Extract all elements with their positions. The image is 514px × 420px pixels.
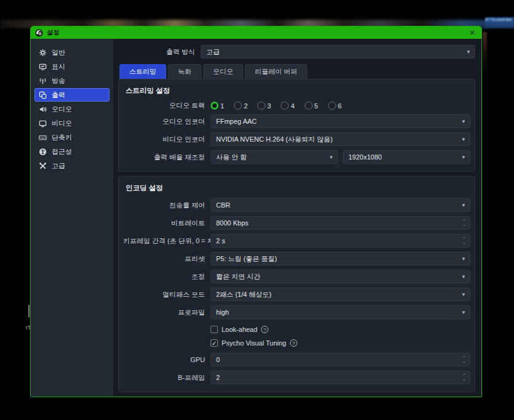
output-tabs: 스트리밍 녹화 오디오 리플레이 버퍼: [118, 64, 475, 79]
preset-label: 프리셋: [123, 254, 211, 264]
radio-dot-icon: [234, 102, 242, 110]
gear-icon: [39, 49, 47, 57]
sidebar-item-general[interactable]: 일반: [34, 46, 110, 59]
streaming-settings-title: 스트리밍 설정: [123, 85, 470, 101]
keyframe-interval-value: 2 s: [216, 237, 225, 244]
accessibility-icon: [39, 148, 47, 156]
radio-label: 3: [267, 102, 271, 110]
window-body: 일반 표시 방송 출력: [31, 39, 481, 397]
sidebar-item-audio[interactable]: 오디오: [34, 102, 110, 116]
titlebar[interactable]: 설정 ✕: [31, 26, 481, 39]
multipass-select[interactable]: 2패스 (1/4 해상도) ▼: [211, 288, 470, 301]
sidebar-item-label: 접근성: [52, 147, 72, 156]
sidebar-item-label: 출력: [52, 91, 65, 100]
sidebar-item-advanced[interactable]: 고급: [34, 159, 110, 172]
desktop-ticker: AY TO ASIA WA: [485, 17, 514, 28]
rescale-resolution-value: 1920x1080: [348, 153, 382, 161]
b-frames-stepper[interactable]: 2 ⌃⌄: [211, 371, 470, 384]
gpu-stepper[interactable]: 0 ⌃⌄: [211, 353, 470, 366]
broadcast-icon: [39, 77, 47, 85]
rescale-mode-select[interactable]: 사용 안 함 ▼: [211, 150, 338, 164]
sidebar-item-accessibility[interactable]: 접근성: [34, 145, 110, 158]
audio-encoder-label: 오디오 인코더: [123, 117, 211, 126]
keyframe-interval-label: 키프레임 간격 (초 단위, 0 = 자동): [123, 236, 211, 246]
tuning-row: 조정 짧은 지연 시간 ▼: [123, 270, 470, 283]
audio-track-radio-5[interactable]: 5: [305, 102, 318, 110]
video-icon: [39, 119, 47, 127]
dropdown-arrow-icon: ▼: [457, 119, 470, 124]
sidebar-item-hotkeys[interactable]: 단축키: [34, 131, 110, 144]
rate-control-label: 전송률 제어: [123, 201, 211, 210]
audio-track-radio-2[interactable]: 2: [234, 102, 247, 110]
tab-replay-buffer[interactable]: 리플레이 버퍼: [245, 64, 307, 79]
profile-value: high: [216, 309, 229, 316]
radio-label: 4: [291, 102, 294, 110]
profile-label: 프로파일: [123, 308, 211, 317]
audio-track-radio-6[interactable]: 6: [328, 102, 342, 110]
output-mode-value: 고급: [206, 47, 220, 57]
video-encoder-value: NVIDIA NVENC H.264 (사용되지 않음): [216, 135, 332, 144]
video-encoder-select[interactable]: NVIDIA NVENC H.264 (사용되지 않음) ▼: [211, 132, 470, 146]
look-ahead-row[interactable]: Look-ahead ?: [211, 323, 470, 336]
sidebar-item-video[interactable]: 비디오: [34, 116, 110, 130]
psycho-visual-checkbox[interactable]: ✓: [211, 339, 218, 347]
tab-recording[interactable]: 녹화: [168, 64, 201, 79]
multipass-label: 멀티패스 모드: [123, 290, 211, 299]
audio-encoder-row: 오디오 인코더 FFmpeg AAC ▼: [123, 115, 470, 128]
stepper-arrows-icon[interactable]: ⌃⌄: [459, 219, 470, 227]
keyframe-interval-stepper[interactable]: 2 s ⌃⌄: [211, 234, 470, 248]
radio-dot-icon: [257, 102, 265, 110]
b-frames-row: B-프레임 2 ⌃⌄: [123, 371, 470, 384]
tab-streaming[interactable]: 스트리밍: [119, 64, 166, 79]
help-icon[interactable]: ?: [261, 326, 268, 333]
settings-sidebar: 일반 표시 방송 출력: [31, 39, 113, 397]
stepper-arrows-icon[interactable]: ⌃⌄: [459, 356, 470, 363]
sidebar-item-output[interactable]: 출력: [34, 88, 110, 102]
appearance-icon: [39, 63, 47, 71]
audio-icon: [39, 105, 47, 113]
hotkeys-icon: [39, 134, 47, 142]
b-frames-label: B-프레임: [123, 373, 211, 382]
rate-control-row: 전송률 제어 CBR ▼: [123, 198, 470, 212]
rate-control-select[interactable]: CBR ▼: [211, 198, 470, 212]
multipass-row: 멀티패스 모드 2패스 (1/4 해상도) ▼: [123, 288, 470, 301]
radio-label: 1: [220, 102, 224, 110]
multipass-value: 2패스 (1/4 해상도): [216, 290, 271, 299]
obs-logo-icon: [35, 29, 43, 37]
help-icon[interactable]: ?: [290, 339, 297, 347]
rate-control-value: CBR: [216, 201, 230, 209]
audio-track-radio-1[interactable]: 1: [211, 102, 224, 110]
radio-dot-icon: [328, 102, 336, 110]
rescale-resolution-select[interactable]: 1920x1080 ▼: [343, 150, 470, 164]
b-frames-value: 2: [216, 374, 220, 381]
window-title: 설정: [47, 28, 60, 37]
radio-dot-icon: [211, 102, 219, 110]
tab-audio[interactable]: 오디오: [203, 64, 243, 79]
sidebar-item-stream[interactable]: 방송: [34, 74, 110, 87]
stepper-arrows-icon[interactable]: ⌃⌄: [459, 374, 470, 381]
radio-label: 2: [244, 102, 247, 110]
audio-track-radio-3[interactable]: 3: [257, 102, 271, 110]
close-button[interactable]: ✕: [467, 28, 477, 38]
psycho-visual-row[interactable]: ✓ Psycho Visual Tuning ?: [211, 337, 470, 349]
output-mode-label: 출력 방식: [118, 47, 201, 57]
encoding-settings-panel: 인코딩 설정 전송률 제어 CBR ▼ 비트레이트 8000 Kbps: [118, 176, 475, 392]
bitrate-stepper[interactable]: 8000 Kbps ⌃⌄: [211, 216, 470, 230]
tuning-select[interactable]: 짧은 지연 시간 ▼: [211, 270, 470, 283]
settings-window: 설정 ✕ 일반 표시 방송: [30, 26, 482, 397]
sidebar-item-appearance[interactable]: 표시: [34, 60, 110, 73]
sidebar-item-label: 고급: [52, 161, 65, 171]
dropdown-arrow-icon: ▼: [457, 292, 470, 297]
sidebar-item-label: 방송: [52, 76, 65, 86]
audio-track-radio-4[interactable]: 4: [281, 102, 294, 110]
radio-label: 5: [315, 102, 318, 110]
tuning-value: 짧은 지연 시간: [216, 272, 260, 281]
look-ahead-checkbox[interactable]: [211, 326, 218, 333]
output-mode-select[interactable]: 고급 ▼: [201, 45, 475, 59]
audio-encoder-select[interactable]: FFmpeg AAC ▼: [211, 115, 470, 128]
preset-select[interactable]: P5: 느림 (좋은 품질) ▼: [211, 252, 470, 265]
rescale-output-row: 출력 배율 재조정 사용 안 함 ▼ 1920x1080 ▼: [123, 150, 470, 164]
sidebar-item-label: 표시: [52, 62, 65, 71]
stepper-arrows-icon[interactable]: ⌃⌄: [459, 237, 470, 244]
profile-select[interactable]: high ▼: [211, 305, 470, 319]
